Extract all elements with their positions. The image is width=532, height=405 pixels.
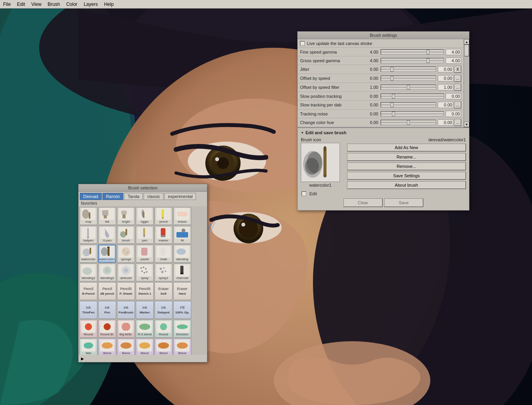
brush-eraser[interactable]: eraser xyxy=(173,207,191,225)
clear-button[interactable]: Clear xyxy=(343,198,383,207)
brush-flat[interactable]: flat xyxy=(98,207,116,225)
slider-6[interactable] xyxy=(381,102,436,108)
brush-blend4[interactable]: Blend xyxy=(155,338,173,355)
brush-blending1[interactable]: blending1 xyxy=(79,263,97,281)
tab-experimental[interactable]: experimental xyxy=(164,193,196,200)
brush-penbrush[interactable]: Ink PenBrush xyxy=(117,301,135,319)
save-settings-button[interactable]: Save Settings xyxy=(347,172,466,180)
brush-pen-ink[interactable]: Ink Pen xyxy=(98,301,116,319)
scroll-track[interactable] xyxy=(464,45,469,122)
brush-blending[interactable]: blending xyxy=(173,245,191,263)
brush-watercolor[interactable]: watercolor xyxy=(79,245,97,263)
brush-chalk[interactable]: chalk xyxy=(155,245,173,263)
brush-thinpen[interactable]: Ink ThinPen xyxy=(79,301,97,319)
live-update-checkbox[interactable] xyxy=(300,41,305,46)
param-val2-7[interactable]: 0.00 xyxy=(446,111,461,117)
menu-color[interactable]: Color xyxy=(63,1,81,8)
param-val2-8[interactable]: 0.00 xyxy=(438,119,453,126)
brush-pastel[interactable]: pastel xyxy=(136,245,154,263)
brush-blending2[interactable]: blending2 xyxy=(98,263,116,281)
scroll-up-arrow[interactable]: ▲ xyxy=(464,39,469,45)
about-brush-button[interactable]: About brush xyxy=(347,181,466,189)
brush-direction[interactable]: Direction xyxy=(173,320,191,338)
brush-delayed[interactable]: Ink Delayed xyxy=(155,301,173,319)
save-button[interactable]: Save xyxy=(384,198,423,207)
slider-8[interactable] xyxy=(381,120,436,125)
menu-file[interactable]: File xyxy=(0,1,14,8)
tab-classic[interactable]: classic xyxy=(144,193,164,200)
brush-grid[interactable]: mop flat bright rigger xyxy=(79,206,207,355)
brush-blend3[interactable]: Blend xyxy=(136,338,154,355)
brush-100op[interactable]: Fill 100% Op. xyxy=(173,301,191,319)
brush-fill[interactable]: fill xyxy=(173,226,191,244)
tab-ramon[interactable]: Ramón xyxy=(102,193,123,200)
brush-bright[interactable]: bright xyxy=(117,207,135,225)
menu-edit[interactable]: Edit xyxy=(14,1,28,8)
param-val2-2[interactable]: 0.00 xyxy=(438,66,453,72)
hue-more-btn[interactable]: … xyxy=(454,119,461,126)
slider-4[interactable] xyxy=(381,85,436,90)
scroll-down-arrow[interactable]: ▼ xyxy=(464,122,469,127)
brush-brush-label: brush xyxy=(122,239,130,243)
menu-layers[interactable]: Layers xyxy=(81,1,101,8)
brush-round-wet[interactable]: Round xyxy=(155,320,173,338)
slider-0[interactable] xyxy=(381,49,444,55)
rename-button[interactable]: Rename... xyxy=(347,153,466,161)
tab-deevad[interactable]: Deevad xyxy=(80,193,102,200)
brush-pen[interactable]: pen xyxy=(136,226,154,244)
brush-p-shade[interactable]: Pencil5 P. Shade xyxy=(117,282,135,300)
brush-wet[interactable]: Wet xyxy=(79,338,97,355)
brush-big-airbr[interactable]: Big AirBr. xyxy=(117,320,135,338)
jitter-x-btn[interactable]: X xyxy=(454,66,461,73)
param-val2-6[interactable]: 0.00 xyxy=(438,102,453,108)
offset-filter-more-btn[interactable]: … xyxy=(454,84,461,91)
remove-button[interactable]: Remove... xyxy=(347,162,466,170)
brush-brush[interactable]: brush xyxy=(117,226,135,244)
brush-marker-ink[interactable]: Ink Marker xyxy=(136,301,154,319)
slider-1[interactable] xyxy=(381,58,444,63)
brush-rs-blend[interactable]: R-S blend xyxy=(136,320,154,338)
brush-spray1[interactable]: spray1 xyxy=(155,263,173,281)
brush-sketch1[interactable]: Pencil5 Sketch 1 xyxy=(136,282,154,300)
brush-round-paint[interactable]: Round xyxy=(79,320,97,338)
collapse-triangle-icon[interactable]: ▼ xyxy=(301,131,304,135)
settings-scrollbar[interactable]: ▲ ▼ xyxy=(464,39,469,127)
slider-3[interactable] xyxy=(381,76,436,81)
brush-pencil[interactable]: pencil xyxy=(155,207,173,225)
param-val2-3[interactable]: 0.00 xyxy=(438,75,453,81)
brush-charcoal[interactable]: charcoal xyxy=(173,263,191,281)
brush-2b-pencil[interactable]: Pencil 2B pencil xyxy=(98,282,116,300)
offset-speed-more-btn[interactable]: … xyxy=(454,75,461,82)
scroll-thumb[interactable] xyxy=(464,45,469,56)
brush-ballpen[interactable]: ballpen xyxy=(79,226,97,244)
brush-eraser-hard[interactable]: Eraser Hard xyxy=(173,282,191,300)
param-val2-1[interactable]: 4.00 xyxy=(446,58,461,64)
slider-2[interactable] xyxy=(381,67,436,72)
brush-marker[interactable]: marker xyxy=(155,226,173,244)
param-val2-4[interactable]: 1.00 xyxy=(438,84,453,90)
add-as-new-button[interactable]: Add As New xyxy=(347,144,466,151)
menu-view[interactable]: View xyxy=(28,1,45,8)
brush-blend2[interactable]: Blend xyxy=(117,338,135,355)
brush-spray[interactable]: spray xyxy=(136,263,154,281)
menu-help[interactable]: Help xyxy=(101,1,117,8)
brush-mop[interactable]: mop xyxy=(79,207,97,225)
brush-blend5[interactable]: Blend xyxy=(173,338,191,355)
brush-rigger[interactable]: rigger xyxy=(136,207,154,225)
slow-tracking-more-btn[interactable]: … xyxy=(454,101,461,108)
edit-checkbox[interactable] xyxy=(302,191,306,196)
brush-watercolor1[interactable]: watercolor1 xyxy=(98,245,116,263)
menu-brush[interactable]: Brush xyxy=(45,1,63,8)
slider-7[interactable] xyxy=(381,111,444,117)
brush-eraser-soft[interactable]: Eraser Soft xyxy=(155,282,173,300)
brush-round-bl[interactable]: Round Bl. xyxy=(98,320,116,338)
brush-b-pencil[interactable]: Pencil B-Pencil xyxy=(79,282,97,300)
brush-sponge[interactable]: sponge xyxy=(117,245,135,263)
slider-5[interactable] xyxy=(381,94,444,99)
tab-tanda[interactable]: Tanda xyxy=(124,193,143,200)
brush-airbrush[interactable]: airbrush xyxy=(117,263,135,281)
param-val2-0[interactable]: 4.00 xyxy=(446,49,461,55)
param-val2-5[interactable]: 0.00 xyxy=(446,93,461,99)
brush-gpen[interactable]: G-pen xyxy=(98,226,116,244)
brush-blend1[interactable]: Blend xyxy=(98,338,116,355)
